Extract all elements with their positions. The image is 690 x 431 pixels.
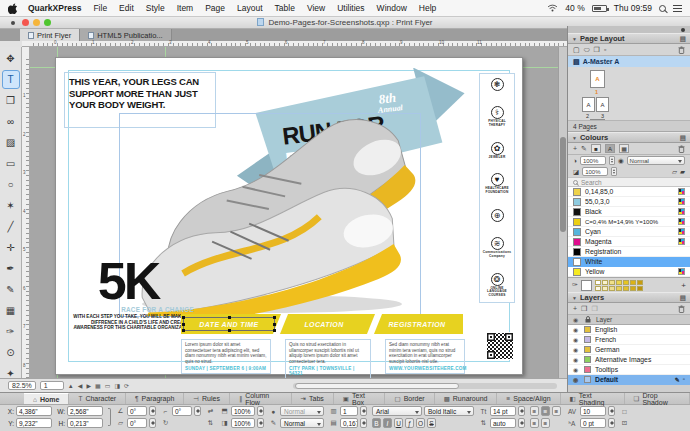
menu-help[interactable]: Help	[413, 3, 442, 13]
rounded-page-icon[interactable]: ⬭	[584, 46, 590, 54]
vertical-scrollbar[interactable]	[558, 47, 567, 378]
blend-mode-dropdown[interactable]: Normal	[627, 156, 685, 165]
text-content-tool[interactable]: T	[2, 70, 20, 89]
tracking-field[interactable]: 10	[580, 406, 606, 416]
horizontal-scrollbar[interactable]	[293, 383, 557, 389]
menu-view[interactable]: View	[301, 3, 331, 13]
font-size-field[interactable]: 14 pt	[490, 406, 516, 416]
corner-radius-field[interactable]: 0°	[172, 406, 192, 416]
delete-layer-icon[interactable]	[678, 305, 685, 313]
constrain-proportions-bracket[interactable]	[108, 408, 111, 426]
date-time-text-box[interactable]: Lorem ipsum dolor sit amet consectetuer …	[181, 339, 271, 374]
notification-center-icon[interactable]	[673, 5, 682, 12]
duplicate-layer-icon[interactable]: ❐	[581, 305, 587, 313]
zoom-level-field[interactable]: 82.5%	[8, 381, 36, 390]
skew-field[interactable]: 0°	[127, 418, 147, 428]
panel-menu-icon[interactable]: ▤	[680, 35, 686, 43]
bezier-pen-tool[interactable]: ✒	[2, 259, 20, 278]
eye-icon[interactable]: ◉	[573, 346, 580, 353]
view-page-icon[interactable]: ▭	[105, 382, 111, 389]
eye-icon[interactable]: ◉	[573, 336, 580, 343]
sponsor-logos-strip[interactable]: ❃ ⚕ PHYSICAL THERAPY ✿ JEWELER ♥ HEALTHC…	[479, 73, 515, 303]
shade-stepper[interactable]	[611, 167, 617, 176]
eye-icon[interactable]: ◉	[573, 356, 580, 363]
registration-label[interactable]: REGISTRATION	[371, 314, 463, 334]
align-right-button[interactable]: ≡	[552, 406, 561, 416]
width-field[interactable]: 2,568"	[67, 406, 103, 416]
scale-y-stepper[interactable]	[257, 418, 264, 428]
page-number-field[interactable]: 1	[40, 381, 64, 390]
ligatures-button[interactable]: ƒ	[405, 418, 414, 428]
underline-button[interactable]: U	[394, 418, 403, 428]
tab-text-box[interactable]: ▣Text Box	[334, 393, 386, 404]
gutter-stepper[interactable]	[360, 418, 367, 428]
scale-y-field[interactable]: 100%	[231, 418, 255, 428]
colour-row[interactable]: 0,14,85,0	[568, 187, 690, 197]
text-linking-tool[interactable]: ❐	[2, 91, 20, 110]
point-selection-tool[interactable]: ✛	[2, 238, 20, 257]
page-4-thumbnail[interactable]	[590, 119, 605, 121]
character-style-dropdown[interactable]: Normal	[280, 418, 324, 428]
location-label[interactable]: LOCATION	[277, 314, 371, 334]
corner-stepper[interactable]	[194, 406, 201, 416]
shade-field[interactable]: 100%	[582, 167, 608, 176]
paragraph-style-dropdown[interactable]: Normal	[280, 406, 324, 416]
merge-layer-icon[interactable]: ❐	[591, 305, 597, 313]
baseline-stepper[interactable]	[608, 418, 615, 428]
edit-layer-icon[interactable]: ✎	[675, 376, 680, 383]
columns-field[interactable]: 1	[340, 406, 358, 416]
starburst-tool[interactable]: ✶	[2, 196, 20, 215]
font-style-dropdown[interactable]: Bold Italic	[424, 406, 474, 416]
apple-menu-icon[interactable]	[8, 3, 18, 14]
five-k-text-box[interactable]: 5K RACE FOR A CHANGE WITH EACH STEP YOU …	[62, 258, 194, 331]
new-layer-icon[interactable]: +	[573, 305, 577, 312]
freehand-pencil-tool[interactable]: ✎	[2, 280, 20, 299]
page-up-icon[interactable]: ▲	[68, 383, 74, 389]
menu-quarkxpress[interactable]: QuarkXPress	[22, 3, 87, 13]
info-bar[interactable]: DATE AND TIME LOCATION REGISTRATION	[181, 314, 463, 334]
picture-content-tool[interactable]: ▨	[2, 133, 20, 152]
opacity-field[interactable]: 100%	[580, 156, 606, 165]
colour-row[interactable]: Registration	[568, 247, 690, 257]
frame-mode-button[interactable]: ▦	[619, 144, 629, 153]
edit-colour-icon[interactable]: ✎	[581, 145, 587, 153]
swatch-grid[interactable]	[595, 280, 643, 291]
height-field[interactable]: 0,213"	[67, 418, 103, 428]
text-color-box-icon[interactable]: □	[620, 408, 629, 415]
colour-row[interactable]: Yellow	[568, 267, 690, 277]
panel-menu-icon[interactable]: ▤	[680, 294, 686, 302]
scale-x-stepper[interactable]	[257, 406, 264, 416]
page-3-thumbnail[interactable]: A	[596, 97, 609, 112]
menu-table[interactable]: Table	[269, 3, 301, 13]
page-2-thumbnail[interactable]: A	[582, 97, 595, 112]
colours-panel-header[interactable]: ▼ Colours ▤	[568, 132, 690, 143]
flyer-page[interactable]: THIS YEAR, YOUR LEGS CAN SUPPORT MORE TH…	[55, 57, 523, 375]
tab-runaround[interactable]: ▩Runaround	[435, 393, 498, 404]
line-tool[interactable]: ╱	[2, 217, 20, 236]
page-1-thumbnail[interactable]: A	[590, 70, 605, 88]
tab-tabs[interactable]: ⇥Tabs	[292, 393, 334, 404]
colour-row[interactable]: 55,0,3,0	[568, 197, 690, 207]
tab-text-shading[interactable]: ◧Text Shading	[561, 393, 625, 404]
eyedropper-icon[interactable]: ✑	[572, 281, 578, 289]
dock-options-icon[interactable]	[681, 28, 685, 32]
spotlight-icon[interactable]	[659, 5, 666, 12]
align-force-button[interactable]: ≡	[541, 418, 550, 428]
panel-menu-icon[interactable]: ▤	[680, 134, 686, 142]
italic-button[interactable]: I	[383, 418, 392, 428]
view-grid-icon[interactable]: ▦	[95, 382, 101, 389]
menu-utilities[interactable]: Utilities	[331, 3, 370, 13]
menu-file[interactable]: File	[87, 3, 113, 13]
skew-stepper[interactable]	[149, 418, 156, 428]
flip-horizontal-icon[interactable]: ⇄	[206, 407, 215, 415]
tab-rules[interactable]: ⊣Rules	[184, 393, 230, 404]
menu-page[interactable]: Page	[199, 3, 231, 13]
gradient-icon-1[interactable]: ▱	[672, 168, 677, 176]
small-page-icon[interactable]: ▫	[604, 46, 606, 53]
delete-colour-icon[interactable]	[678, 145, 685, 153]
horizontal-scroll-thumb[interactable]	[295, 383, 459, 389]
oval-box-tool[interactable]: ○	[2, 175, 20, 194]
wifi-icon[interactable]	[547, 4, 558, 12]
battery-icon[interactable]	[592, 5, 607, 12]
tab-border[interactable]: ▢Border	[385, 393, 434, 404]
